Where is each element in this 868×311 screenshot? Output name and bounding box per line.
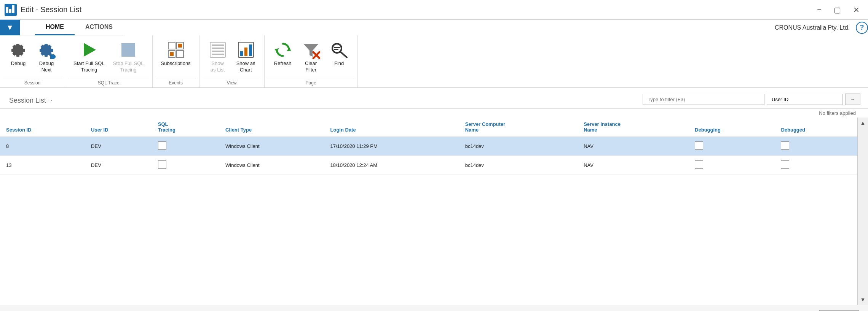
show-as-chart-button[interactable]: Show asChart (232, 38, 260, 76)
ribbon-tabs: HOME ACTIONS (20, 20, 123, 35)
cell-debugged[interactable] (775, 156, 857, 175)
filter-arrow-button[interactable]: → (845, 94, 860, 105)
svg-line-30 (340, 52, 347, 57)
cell-sql-tracing[interactable] (152, 136, 219, 156)
clear-filter-button[interactable]: ClearFilter (297, 38, 325, 76)
scroll-down-arrow[interactable]: ▼ (858, 294, 868, 305)
refresh-label: Refresh (274, 60, 292, 67)
tab-actions[interactable]: ACTIONS (75, 20, 123, 35)
cell-client-type: Windows Client (219, 156, 324, 175)
window-title: Edit - Session List (21, 5, 81, 14)
checkbox[interactable] (158, 141, 166, 150)
svg-rect-9 (168, 42, 175, 49)
filter-area: User ID → (643, 94, 860, 105)
subscriptions-label: Subscriptions (161, 60, 191, 67)
subscriptions-icon (167, 41, 185, 59)
svg-rect-2 (9, 9, 11, 13)
table-row[interactable]: 8 DEV Windows Client 17/10/2020 11:29 PM… (0, 136, 857, 156)
checkbox[interactable] (695, 141, 703, 150)
col-user-id: User ID (85, 117, 152, 137)
svg-rect-22 (244, 48, 247, 56)
maximize-button[interactable]: ▢ (830, 4, 845, 16)
svg-rect-21 (240, 51, 243, 56)
cell-login-date: 17/10/2020 11:29 PM (324, 136, 459, 156)
col-client-type: Client Type (219, 117, 324, 137)
ribbon-content: Debug DebugNext Session (0, 35, 868, 87)
refresh-button[interactable]: Refresh (269, 38, 297, 69)
svg-rect-3 (12, 5, 14, 13)
cell-user-id: DEV (85, 156, 152, 175)
cell-login-date: 18/10/2020 12:24 AM (324, 156, 459, 175)
svg-rect-14 (170, 52, 174, 56)
col-debugging: Debugging (689, 117, 775, 137)
svg-marker-6 (54, 57, 56, 59)
filter-field-dropdown[interactable]: User ID (767, 94, 843, 105)
ribbon-group-page: Refresh ClearFilter (265, 35, 358, 87)
checkbox[interactable] (781, 160, 789, 169)
close-button[interactable]: ✕ (849, 4, 863, 16)
stop-sql-tracing-button[interactable]: Stop Full SQLTracing (109, 38, 148, 76)
cell-server-instance-name: NAV (578, 136, 689, 156)
debug-next-label: DebugNext (39, 60, 54, 73)
svg-marker-25 (274, 48, 279, 52)
clear-filter-label: ClearFilter (305, 60, 317, 73)
filter-input[interactable] (643, 94, 764, 105)
table-body: 8 DEV Windows Client 17/10/2020 11:29 PM… (0, 136, 857, 175)
col-session-id: Session ID (0, 117, 85, 137)
svg-rect-1 (6, 7, 8, 13)
ribbon-dropdown[interactable]: ▼ (0, 20, 20, 35)
svg-rect-23 (249, 44, 252, 56)
stop-icon (119, 41, 137, 59)
table-row[interactable]: 13 DEV Windows Client 18/10/2020 12:24 A… (0, 156, 857, 175)
debug-button[interactable]: Debug (5, 38, 32, 69)
cell-debugged[interactable] (775, 136, 857, 156)
ribbon-group-session: Debug DebugNext Session (0, 35, 65, 87)
checkbox[interactable] (781, 141, 789, 150)
svg-rect-17 (212, 48, 224, 49)
scroll-content[interactable]: Session ID User ID SQLTracing Client Typ… (0, 117, 857, 305)
title-bar: Edit - Session List − ▢ ✕ (0, 0, 868, 20)
col-debugged: Debugged (775, 117, 857, 137)
minimize-button[interactable]: − (813, 4, 825, 16)
ribbon-group-events: Subscriptions Events (153, 35, 199, 87)
svg-rect-18 (212, 51, 224, 52)
find-label: Find (334, 60, 344, 67)
company-name: CRONUS Australia Pty. Ltd. (775, 24, 850, 31)
svg-rect-19 (212, 54, 224, 55)
help-button[interactable]: ? (856, 22, 868, 34)
scrollbar: ▲ ▼ (857, 117, 868, 305)
session-table: Session ID User ID SQLTracing Client Typ… (0, 117, 857, 175)
ribbon-header: ▼ HOME ACTIONS CRONUS Australia Pty. Ltd… (0, 20, 868, 35)
checkbox[interactable] (695, 160, 703, 169)
cell-debugging[interactable] (689, 136, 775, 156)
checkbox[interactable] (158, 160, 166, 169)
tab-home[interactable]: HOME (35, 20, 75, 35)
title-bar-left: Edit - Session List (5, 4, 81, 16)
show-as-list-button[interactable]: Showas List (204, 38, 231, 76)
svg-rect-8 (121, 43, 135, 57)
show-as-list-label: Showas List (211, 60, 225, 73)
table-scroll-container: Session ID User ID SQLTracing Client Typ… (0, 117, 868, 305)
events-group-items: Subscriptions (156, 35, 196, 77)
start-sql-tracing-button[interactable]: Start Full SQLTracing (70, 38, 108, 76)
events-group-label: Events (156, 79, 196, 87)
start-sql-tracing-label: Start Full SQLTracing (73, 60, 105, 73)
session-list-title-area: Session List · (8, 94, 53, 105)
cell-session-id: 13 (0, 156, 85, 175)
svg-marker-5 (54, 54, 56, 57)
cell-sql-tracing[interactable] (152, 156, 219, 175)
no-filters-bar: No filters applied (0, 109, 868, 117)
col-server-computer-name: Server ComputerName (459, 117, 578, 137)
play-icon (80, 41, 98, 59)
ribbon-group-view: Showas List Show asChart View (199, 35, 265, 87)
svg-rect-13 (178, 44, 182, 48)
debug-next-button[interactable]: DebugNext (33, 38, 60, 76)
cell-debugging[interactable] (689, 156, 775, 175)
col-server-instance-name: Server InstanceName (578, 117, 689, 137)
find-button[interactable]: Find (326, 38, 353, 69)
scroll-up-arrow[interactable]: ▲ (858, 117, 868, 128)
debug-label: Debug (11, 60, 26, 67)
subscriptions-button[interactable]: Subscriptions (157, 38, 195, 69)
svg-rect-12 (177, 51, 183, 57)
window-controls: − ▢ ✕ (813, 4, 863, 16)
